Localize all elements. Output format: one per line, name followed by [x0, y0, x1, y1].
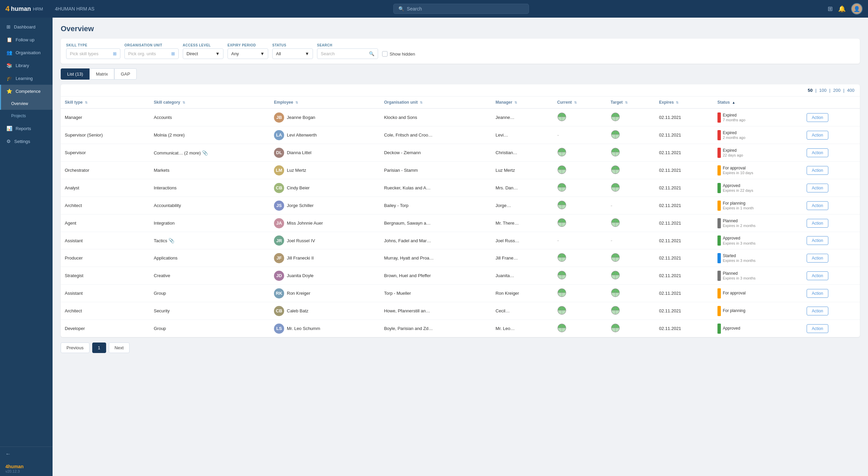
pagination-top: 50 | 100 | 200 | 400 — [61, 84, 860, 97]
sidebar-item-learning[interactable]: 🎓 Learning — [0, 72, 53, 85]
cell-org-unit: Boyle, Parisian and Zd… — [380, 320, 492, 337]
cell-expires: 02.11.2021 — [655, 197, 713, 214]
action-button[interactable]: Action — [807, 201, 828, 210]
table-row: Architect Accountability JS Jorge Schill… — [61, 197, 860, 214]
filters-bar: SKILL TYPE Pick skill types ⊞ ORGANISATI… — [61, 39, 860, 64]
next-button[interactable]: Next — [109, 343, 130, 353]
prev-button[interactable]: Previous — [61, 343, 90, 353]
followup-icon: 📋 — [6, 37, 12, 42]
sidebar-item-settings[interactable]: ⚙ Settings — [0, 135, 53, 148]
status-value: All — [276, 51, 303, 56]
status-dot — [717, 201, 721, 211]
sidebar-collapse[interactable]: ← — [0, 447, 53, 461]
status-text: Expired — [723, 148, 743, 153]
cell-expires: 02.11.2021 — [655, 144, 713, 162]
col-status[interactable]: Status ▲ — [713, 97, 803, 108]
page-size-400[interactable]: 400 — [847, 88, 854, 93]
tab-matrix[interactable]: Matrix — [90, 68, 114, 80]
cell-org-unit: Parisian - Stamm — [380, 162, 492, 179]
page-size-50[interactable]: 50 — [808, 88, 812, 93]
organisation-icon: 👥 — [6, 50, 12, 55]
table-row: Producer Applications JF Jill Franecki I… — [61, 249, 860, 267]
dashboard-icon: ⊞ — [6, 24, 11, 29]
action-button[interactable]: Action — [807, 219, 828, 228]
org-unit-input[interactable]: Pick org. units ⊞ — [124, 48, 179, 59]
cell-status: For approval Expires in 10 days — [713, 162, 803, 179]
col-skill-type[interactable]: Skill type ⇅ — [61, 97, 150, 108]
status-dot — [717, 165, 721, 175]
user-avatar[interactable]: 👤 — [851, 3, 863, 15]
col-manager[interactable]: Manager ⇅ — [492, 97, 553, 108]
cell-target — [607, 179, 655, 197]
col-target[interactable]: Target ⇅ — [607, 97, 655, 108]
show-hidden-toggle[interactable]: Show hidden — [382, 51, 415, 57]
grid-icon[interactable]: ⊞ — [828, 5, 833, 13]
search-box[interactable]: 🔍 Search — [393, 4, 529, 14]
status-text: Approved — [723, 326, 740, 331]
sidebar-item-overview[interactable]: Overview — [0, 98, 53, 110]
tab-gap[interactable]: GAP — [114, 68, 136, 80]
sidebar-item-reports[interactable]: 📊 Reports — [0, 122, 53, 135]
sidebar-item-library[interactable]: 📚 Library — [0, 59, 53, 72]
table-row: Assistant Group RK Ron Kreiger Torp - Mu… — [61, 285, 860, 302]
col-employee[interactable]: Employee ⇅ — [270, 97, 380, 108]
sidebar-item-followup[interactable]: 📋 Follow up — [0, 33, 53, 46]
action-button[interactable]: Action — [807, 166, 828, 175]
cell-manager: Jeanne… — [492, 108, 553, 126]
cell-manager: Christian… — [492, 144, 553, 162]
table-row: Strategist Creative JD Juanita Doyle Bro… — [61, 267, 860, 285]
cell-employee: JS Jorge Schiller — [270, 197, 380, 214]
page-size-100[interactable]: 100 — [819, 88, 827, 93]
access-level-select[interactable]: Direct ▼ — [183, 48, 223, 59]
tab-list[interactable]: List (13) — [61, 68, 90, 80]
cell-skill-category: Security — [150, 302, 270, 320]
status-sub: Expires in 3 months — [723, 276, 756, 280]
cell-action: Action — [803, 302, 860, 320]
sidebar-item-competence[interactable]: ⭐ Competence — [0, 85, 53, 98]
org-unit-placeholder: Pick org. units — [128, 51, 169, 56]
cell-org-unit: Bailey - Torp — [380, 197, 492, 214]
col-expires[interactable]: Expires ⇅ — [655, 97, 713, 108]
skill-type-icon: ⊞ — [113, 51, 117, 56]
company-name: 4HUMAN HRM AS — [55, 6, 95, 12]
cell-status: Planned Expires in 3 months — [713, 267, 803, 285]
action-button[interactable]: Action — [807, 324, 828, 333]
action-button[interactable]: Action — [807, 184, 828, 192]
cell-expires: 02.11.2021 — [655, 108, 713, 126]
cell-current — [553, 214, 607, 232]
cell-expires: 02.11.2021 — [655, 126, 713, 144]
action-button[interactable]: Action — [807, 307, 828, 315]
action-button[interactable]: Action — [807, 113, 828, 122]
cell-current: - — [553, 126, 607, 144]
sidebar-item-projects[interactable]: Projects — [0, 110, 53, 122]
status-select[interactable]: All ▼ — [272, 48, 313, 59]
page-1-button[interactable]: 1 — [92, 343, 106, 353]
col-skill-category[interactable]: Skill category ⇅ — [150, 97, 270, 108]
action-button[interactable]: Action — [807, 289, 828, 298]
logo-4: 4 — [5, 4, 9, 13]
avatar: DL — [274, 148, 284, 158]
cell-skill-category: Creative — [150, 267, 270, 285]
show-hidden-checkbox[interactable] — [382, 51, 388, 57]
action-button[interactable]: Action — [807, 236, 828, 245]
action-button[interactable]: Action — [807, 131, 828, 140]
skill-type-input[interactable]: Pick skill types ⊞ — [66, 48, 120, 59]
bell-icon[interactable]: 🔔 — [838, 5, 846, 13]
cell-org-unit: Torp - Mueller — [380, 285, 492, 302]
page-size-200[interactable]: 200 — [833, 88, 841, 93]
sidebar-item-organisation[interactable]: 👥 Organisation — [0, 46, 53, 59]
cell-current — [553, 267, 607, 285]
cell-employee: CB Caleb Batz — [270, 302, 380, 320]
cell-status: For planning Expires in 1 month — [713, 197, 803, 214]
sidebar-item-dashboard[interactable]: ⊞ Dashboard — [0, 20, 53, 33]
action-button[interactable]: Action — [807, 271, 828, 280]
search-filter-input[interactable]: Search 🔍 — [317, 48, 378, 59]
cell-current — [553, 144, 607, 162]
cell-status: For approval — [713, 285, 803, 302]
col-org-unit[interactable]: Organisation unit ⇅ — [380, 97, 492, 108]
cell-expires: 02.11.2021 — [655, 285, 713, 302]
action-button[interactable]: Action — [807, 148, 828, 157]
action-button[interactable]: Action — [807, 254, 828, 263]
col-current[interactable]: Current ⇅ — [553, 97, 607, 108]
expiry-period-select[interactable]: Any ▼ — [228, 48, 268, 59]
